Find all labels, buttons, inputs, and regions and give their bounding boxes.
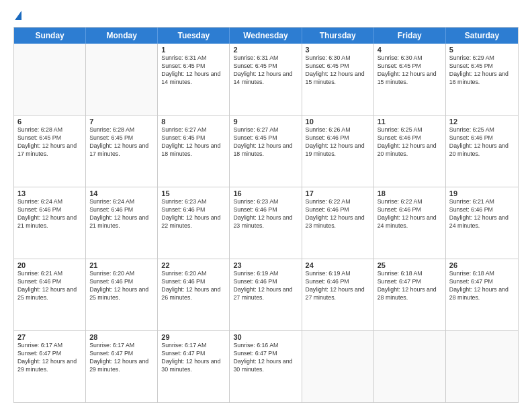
- day-cell-21: 21Sunrise: 6:20 AM Sunset: 6:46 PM Dayli…: [86, 259, 158, 330]
- day-number: 12: [449, 118, 515, 126]
- day-cell-19: 19Sunrise: 6:21 AM Sunset: 6:46 PM Dayli…: [446, 187, 518, 259]
- day-info: Sunrise: 6:24 AM Sunset: 6:46 PM Dayligh…: [17, 198, 82, 230]
- day-number: 10: [306, 118, 370, 126]
- day-number: 15: [161, 189, 226, 197]
- day-cell-16: 16Sunrise: 6:23 AM Sunset: 6:46 PM Dayli…: [230, 187, 302, 259]
- day-of-week-wednesday: Wednesday: [230, 28, 302, 44]
- day-info: Sunrise: 6:19 AM Sunset: 6:46 PM Dayligh…: [233, 270, 298, 302]
- day-number: 6: [17, 118, 82, 126]
- day-number: 23: [233, 261, 298, 269]
- day-number: 20: [17, 261, 82, 269]
- day-cell-27: 27Sunrise: 6:17 AM Sunset: 6:47 PM Dayli…: [14, 331, 86, 402]
- day-info: Sunrise: 6:27 AM Sunset: 6:45 PM Dayligh…: [161, 126, 226, 158]
- day-number: 22: [161, 261, 226, 269]
- day-of-week-saturday: Saturday: [446, 28, 518, 44]
- day-info: Sunrise: 6:22 AM Sunset: 6:46 PM Dayligh…: [378, 198, 442, 230]
- calendar-week-4: 20Sunrise: 6:21 AM Sunset: 6:46 PM Dayli…: [14, 259, 518, 330]
- day-number: 3: [306, 46, 370, 54]
- day-number: 2: [233, 46, 298, 54]
- day-of-week-sunday: Sunday: [14, 28, 86, 44]
- day-info: Sunrise: 6:30 AM Sunset: 6:45 PM Dayligh…: [306, 54, 370, 87]
- day-number: 1: [161, 46, 226, 54]
- day-number: 30: [233, 333, 298, 341]
- day-cell-8: 8Sunrise: 6:27 AM Sunset: 6:45 PM Daylig…: [158, 116, 230, 187]
- calendar-week-2: 6Sunrise: 6:28 AM Sunset: 6:45 PM Daylig…: [14, 115, 518, 187]
- day-info: Sunrise: 6:17 AM Sunset: 6:47 PM Dayligh…: [17, 342, 82, 374]
- day-cell-15: 15Sunrise: 6:23 AM Sunset: 6:46 PM Dayli…: [158, 187, 230, 259]
- day-cell-23: 23Sunrise: 6:19 AM Sunset: 6:46 PM Dayli…: [230, 259, 302, 330]
- logo: [13, 11, 21, 20]
- day-number: 26: [449, 261, 515, 269]
- day-info: Sunrise: 6:22 AM Sunset: 6:46 PM Dayligh…: [306, 198, 370, 230]
- day-number: 25: [378, 261, 442, 269]
- day-number: 8: [161, 118, 226, 126]
- day-info: Sunrise: 6:25 AM Sunset: 6:46 PM Dayligh…: [449, 126, 515, 158]
- logo-icon: [15, 11, 21, 20]
- day-cell-11: 11Sunrise: 6:25 AM Sunset: 6:46 PM Dayli…: [374, 116, 446, 187]
- day-number: 21: [89, 261, 154, 269]
- day-cell-5: 5Sunrise: 6:29 AM Sunset: 6:45 PM Daylig…: [446, 44, 518, 115]
- day-number: 7: [89, 118, 154, 126]
- day-info: Sunrise: 6:27 AM Sunset: 6:45 PM Dayligh…: [233, 126, 298, 158]
- day-info: Sunrise: 6:20 AM Sunset: 6:46 PM Dayligh…: [89, 270, 154, 302]
- day-cell-1: 1Sunrise: 6:31 AM Sunset: 6:45 PM Daylig…: [158, 44, 230, 115]
- day-of-week-tuesday: Tuesday: [158, 28, 230, 44]
- day-cell-6: 6Sunrise: 6:28 AM Sunset: 6:45 PM Daylig…: [14, 116, 86, 187]
- day-cell-20: 20Sunrise: 6:21 AM Sunset: 6:46 PM Dayli…: [14, 259, 86, 330]
- day-info: Sunrise: 6:28 AM Sunset: 6:45 PM Dayligh…: [89, 126, 154, 158]
- header: [13, 11, 519, 20]
- empty-cell: [86, 44, 158, 115]
- day-number: 24: [306, 261, 370, 269]
- day-info: Sunrise: 6:18 AM Sunset: 6:47 PM Dayligh…: [449, 270, 515, 302]
- day-info: Sunrise: 6:18 AM Sunset: 6:47 PM Dayligh…: [378, 270, 442, 302]
- day-cell-9: 9Sunrise: 6:27 AM Sunset: 6:45 PM Daylig…: [230, 116, 302, 187]
- day-cell-3: 3Sunrise: 6:30 AM Sunset: 6:45 PM Daylig…: [302, 44, 374, 115]
- day-info: Sunrise: 6:23 AM Sunset: 6:46 PM Dayligh…: [161, 198, 226, 230]
- day-info: Sunrise: 6:21 AM Sunset: 6:46 PM Dayligh…: [449, 198, 515, 230]
- day-info: Sunrise: 6:19 AM Sunset: 6:46 PM Dayligh…: [306, 270, 370, 302]
- day-cell-14: 14Sunrise: 6:24 AM Sunset: 6:46 PM Dayli…: [86, 187, 158, 259]
- day-number: 18: [378, 189, 442, 197]
- day-info: Sunrise: 6:17 AM Sunset: 6:47 PM Dayligh…: [89, 342, 154, 374]
- day-number: 5: [449, 46, 515, 54]
- empty-cell: [446, 331, 518, 402]
- day-cell-12: 12Sunrise: 6:25 AM Sunset: 6:46 PM Dayli…: [446, 116, 518, 187]
- day-of-week-thursday: Thursday: [302, 28, 374, 44]
- page: SundayMondayTuesdayWednesdayThursdayFrid…: [0, 0, 532, 411]
- day-number: 17: [306, 189, 370, 197]
- day-info: Sunrise: 6:17 AM Sunset: 6:47 PM Dayligh…: [161, 342, 226, 374]
- day-of-week-monday: Monday: [86, 28, 158, 44]
- day-number: 29: [161, 333, 226, 341]
- day-info: Sunrise: 6:31 AM Sunset: 6:45 PM Dayligh…: [161, 54, 226, 87]
- day-info: Sunrise: 6:16 AM Sunset: 6:47 PM Dayligh…: [233, 342, 298, 374]
- day-info: Sunrise: 6:23 AM Sunset: 6:46 PM Dayligh…: [233, 198, 298, 230]
- day-number: 13: [17, 189, 82, 197]
- day-cell-4: 4Sunrise: 6:30 AM Sunset: 6:45 PM Daylig…: [374, 44, 446, 115]
- calendar-header: SundayMondayTuesdayWednesdayThursdayFrid…: [14, 28, 518, 44]
- day-info: Sunrise: 6:21 AM Sunset: 6:46 PM Dayligh…: [17, 270, 82, 302]
- day-cell-2: 2Sunrise: 6:31 AM Sunset: 6:45 PM Daylig…: [230, 44, 302, 115]
- day-info: Sunrise: 6:29 AM Sunset: 6:45 PM Dayligh…: [449, 54, 515, 87]
- day-number: 19: [449, 189, 515, 197]
- day-info: Sunrise: 6:25 AM Sunset: 6:46 PM Dayligh…: [378, 126, 442, 158]
- day-cell-28: 28Sunrise: 6:17 AM Sunset: 6:47 PM Dayli…: [86, 331, 158, 402]
- day-info: Sunrise: 6:20 AM Sunset: 6:46 PM Dayligh…: [161, 270, 226, 302]
- day-number: 28: [89, 333, 154, 341]
- day-info: Sunrise: 6:26 AM Sunset: 6:46 PM Dayligh…: [306, 126, 370, 158]
- day-info: Sunrise: 6:31 AM Sunset: 6:45 PM Dayligh…: [233, 54, 298, 87]
- empty-cell: [374, 331, 446, 402]
- day-info: Sunrise: 6:30 AM Sunset: 6:45 PM Dayligh…: [378, 54, 442, 87]
- day-number: 14: [89, 189, 154, 197]
- day-cell-26: 26Sunrise: 6:18 AM Sunset: 6:47 PM Dayli…: [446, 259, 518, 330]
- day-number: 11: [378, 118, 442, 126]
- day-cell-22: 22Sunrise: 6:20 AM Sunset: 6:46 PM Dayli…: [158, 259, 230, 330]
- day-cell-18: 18Sunrise: 6:22 AM Sunset: 6:46 PM Dayli…: [374, 187, 446, 259]
- day-info: Sunrise: 6:24 AM Sunset: 6:46 PM Dayligh…: [89, 198, 154, 230]
- day-cell-29: 29Sunrise: 6:17 AM Sunset: 6:47 PM Dayli…: [158, 331, 230, 402]
- day-cell-25: 25Sunrise: 6:18 AM Sunset: 6:47 PM Dayli…: [374, 259, 446, 330]
- day-cell-10: 10Sunrise: 6:26 AM Sunset: 6:46 PM Dayli…: [302, 116, 374, 187]
- day-number: 16: [233, 189, 298, 197]
- day-number: 27: [17, 333, 82, 341]
- day-number: 4: [378, 46, 442, 54]
- empty-cell: [14, 44, 86, 115]
